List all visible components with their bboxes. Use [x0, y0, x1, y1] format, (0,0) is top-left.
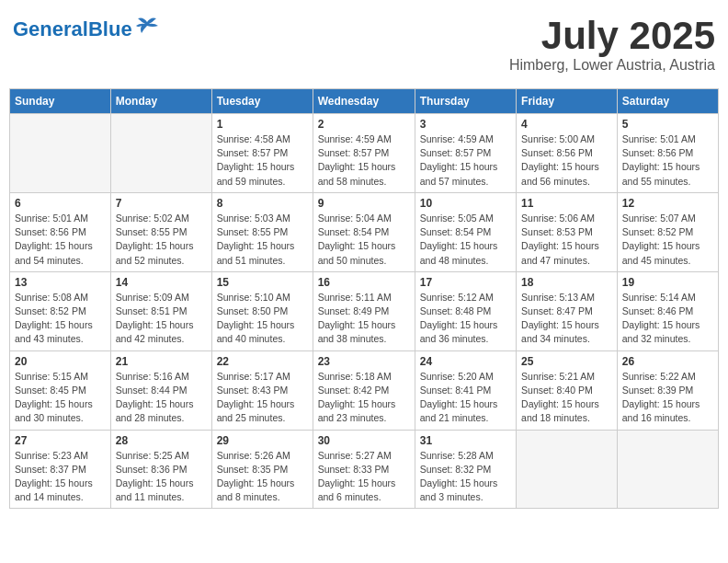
day-number: 1	[217, 118, 308, 131]
day-detail: Sunrise: 5:05 AM Sunset: 8:54 PM Dayligh…	[420, 212, 511, 268]
calendar-cell: 26Sunrise: 5:22 AM Sunset: 8:39 PM Dayli…	[617, 350, 718, 430]
calendar-cell: 10Sunrise: 5:05 AM Sunset: 8:54 PM Dayli…	[415, 192, 516, 271]
day-detail: Sunrise: 5:08 AM Sunset: 8:52 PM Dayligh…	[15, 291, 106, 347]
day-number: 28	[116, 434, 207, 447]
calendar-cell: 17Sunrise: 5:12 AM Sunset: 8:48 PM Dayli…	[415, 271, 516, 350]
logo-name: GeneralBlue	[13, 19, 132, 40]
day-detail: Sunrise: 5:25 AM Sunset: 8:36 PM Dayligh…	[116, 449, 207, 505]
day-detail: Sunrise: 5:01 AM Sunset: 8:56 PM Dayligh…	[15, 212, 106, 268]
day-number: 26	[622, 355, 713, 368]
calendar-cell: 13Sunrise: 5:08 AM Sunset: 8:52 PM Dayli…	[10, 271, 111, 350]
week-row-5: 27Sunrise: 5:23 AM Sunset: 8:37 PM Dayli…	[10, 430, 719, 509]
day-detail: Sunrise: 5:07 AM Sunset: 8:52 PM Dayligh…	[622, 212, 713, 268]
day-detail: Sunrise: 5:17 AM Sunset: 8:43 PM Dayligh…	[217, 370, 308, 426]
calendar-cell	[517, 430, 618, 509]
day-number: 21	[116, 355, 207, 368]
calendar-table: SundayMondayTuesdayWednesdayThursdayFrid…	[9, 88, 719, 509]
week-row-1: 1Sunrise: 4:58 AM Sunset: 8:57 PM Daylig…	[10, 114, 719, 193]
day-detail: Sunrise: 5:00 AM Sunset: 8:56 PM Dayligh…	[521, 132, 612, 189]
calendar-cell	[10, 114, 111, 193]
day-detail: Sunrise: 5:01 AM Sunset: 8:56 PM Dayligh…	[622, 132, 713, 189]
day-detail: Sunrise: 5:26 AM Sunset: 8:35 PM Dayligh…	[217, 449, 308, 505]
day-number: 4	[521, 118, 612, 131]
day-number: 5	[622, 118, 713, 131]
month-title: July 2025	[509, 17, 715, 55]
calendar-cell	[110, 114, 211, 193]
calendar-cell: 31Sunrise: 5:28 AM Sunset: 8:32 PM Dayli…	[415, 430, 516, 509]
calendar-cell: 9Sunrise: 5:04 AM Sunset: 8:54 PM Daylig…	[313, 192, 415, 271]
day-number: 10	[420, 197, 511, 210]
calendar-cell: 12Sunrise: 5:07 AM Sunset: 8:52 PM Dayli…	[617, 192, 718, 271]
calendar-cell: 29Sunrise: 5:26 AM Sunset: 8:35 PM Dayli…	[211, 430, 313, 509]
calendar-cell: 2Sunrise: 4:59 AM Sunset: 8:57 PM Daylig…	[313, 114, 415, 193]
calendar-cell: 22Sunrise: 5:17 AM Sunset: 8:43 PM Dayli…	[211, 350, 313, 430]
location-subtitle: Himberg, Lower Austria, Austria	[509, 57, 715, 74]
day-number: 29	[217, 434, 308, 447]
calendar-cell: 3Sunrise: 4:59 AM Sunset: 8:57 PM Daylig…	[415, 114, 516, 193]
calendar-cell: 16Sunrise: 5:11 AM Sunset: 8:49 PM Dayli…	[313, 271, 415, 350]
day-number: 15	[217, 276, 308, 289]
day-detail: Sunrise: 4:59 AM Sunset: 8:57 PM Dayligh…	[420, 132, 511, 189]
page-header: GeneralBlue July 2025 Himberg, Lower Aus…	[9, 9, 719, 81]
calendar-cell: 19Sunrise: 5:14 AM Sunset: 8:46 PM Dayli…	[617, 271, 718, 350]
calendar-cell: 28Sunrise: 5:25 AM Sunset: 8:36 PM Dayli…	[110, 430, 211, 509]
day-detail: Sunrise: 5:11 AM Sunset: 8:49 PM Dayligh…	[318, 291, 410, 347]
calendar-cell: 6Sunrise: 5:01 AM Sunset: 8:56 PM Daylig…	[10, 192, 111, 271]
day-detail: Sunrise: 5:27 AM Sunset: 8:33 PM Dayligh…	[318, 449, 410, 505]
weekday-header-row: SundayMondayTuesdayWednesdayThursdayFrid…	[10, 89, 719, 114]
day-detail: Sunrise: 5:28 AM Sunset: 8:32 PM Dayligh…	[420, 449, 511, 505]
calendar-cell: 20Sunrise: 5:15 AM Sunset: 8:45 PM Dayli…	[10, 350, 111, 430]
day-detail: Sunrise: 4:58 AM Sunset: 8:57 PM Dayligh…	[217, 132, 308, 189]
calendar-cell: 27Sunrise: 5:23 AM Sunset: 8:37 PM Dayli…	[10, 430, 111, 509]
day-number: 13	[15, 276, 106, 289]
title-block: July 2025 Himberg, Lower Austria, Austri…	[509, 17, 715, 74]
day-number: 18	[521, 276, 612, 289]
weekday-header-thursday: Thursday	[415, 89, 516, 114]
day-detail: Sunrise: 5:06 AM Sunset: 8:53 PM Dayligh…	[521, 212, 612, 268]
day-number: 31	[420, 434, 511, 447]
calendar-cell: 21Sunrise: 5:16 AM Sunset: 8:44 PM Dayli…	[110, 350, 211, 430]
day-number: 2	[318, 118, 410, 131]
calendar-cell: 1Sunrise: 4:58 AM Sunset: 8:57 PM Daylig…	[211, 114, 313, 193]
week-row-4: 20Sunrise: 5:15 AM Sunset: 8:45 PM Dayli…	[10, 350, 719, 430]
logo-bird-icon	[134, 17, 160, 41]
calendar-cell	[617, 430, 718, 509]
day-number: 3	[420, 118, 511, 131]
day-detail: Sunrise: 5:15 AM Sunset: 8:45 PM Dayligh…	[15, 370, 106, 426]
calendar-cell: 18Sunrise: 5:13 AM Sunset: 8:47 PM Dayli…	[517, 271, 618, 350]
day-number: 7	[116, 197, 207, 210]
day-detail: Sunrise: 5:14 AM Sunset: 8:46 PM Dayligh…	[622, 291, 713, 347]
weekday-header-tuesday: Tuesday	[211, 89, 313, 114]
day-number: 14	[116, 276, 207, 289]
day-detail: Sunrise: 5:21 AM Sunset: 8:40 PM Dayligh…	[521, 370, 612, 426]
weekday-header-saturday: Saturday	[617, 89, 718, 114]
weekday-header-monday: Monday	[110, 89, 211, 114]
calendar-cell: 4Sunrise: 5:00 AM Sunset: 8:56 PM Daylig…	[517, 114, 618, 193]
day-number: 24	[420, 355, 511, 368]
day-detail: Sunrise: 4:59 AM Sunset: 8:57 PM Dayligh…	[318, 132, 410, 189]
day-detail: Sunrise: 5:03 AM Sunset: 8:55 PM Dayligh…	[217, 212, 308, 268]
day-number: 25	[521, 355, 612, 368]
calendar-cell: 23Sunrise: 5:18 AM Sunset: 8:42 PM Dayli…	[313, 350, 415, 430]
calendar-cell: 24Sunrise: 5:20 AM Sunset: 8:41 PM Dayli…	[415, 350, 516, 430]
day-detail: Sunrise: 5:18 AM Sunset: 8:42 PM Dayligh…	[318, 370, 410, 426]
day-detail: Sunrise: 5:22 AM Sunset: 8:39 PM Dayligh…	[622, 370, 713, 426]
day-detail: Sunrise: 5:04 AM Sunset: 8:54 PM Dayligh…	[318, 212, 410, 268]
calendar-cell: 15Sunrise: 5:10 AM Sunset: 8:50 PM Dayli…	[211, 271, 313, 350]
day-detail: Sunrise: 5:10 AM Sunset: 8:50 PM Dayligh…	[217, 291, 308, 347]
calendar-cell: 7Sunrise: 5:02 AM Sunset: 8:55 PM Daylig…	[110, 192, 211, 271]
weekday-header-sunday: Sunday	[10, 89, 111, 114]
day-number: 9	[318, 197, 410, 210]
day-detail: Sunrise: 5:13 AM Sunset: 8:47 PM Dayligh…	[521, 291, 612, 347]
day-number: 19	[622, 276, 713, 289]
day-number: 16	[318, 276, 410, 289]
weekday-header-friday: Friday	[517, 89, 618, 114]
day-number: 6	[15, 197, 106, 210]
day-number: 30	[318, 434, 410, 447]
calendar-cell: 5Sunrise: 5:01 AM Sunset: 8:56 PM Daylig…	[617, 114, 718, 193]
calendar-cell: 14Sunrise: 5:09 AM Sunset: 8:51 PM Dayli…	[110, 271, 211, 350]
day-detail: Sunrise: 5:02 AM Sunset: 8:55 PM Dayligh…	[116, 212, 207, 268]
day-number: 17	[420, 276, 511, 289]
day-detail: Sunrise: 5:23 AM Sunset: 8:37 PM Dayligh…	[15, 449, 106, 505]
week-row-3: 13Sunrise: 5:08 AM Sunset: 8:52 PM Dayli…	[10, 271, 719, 350]
